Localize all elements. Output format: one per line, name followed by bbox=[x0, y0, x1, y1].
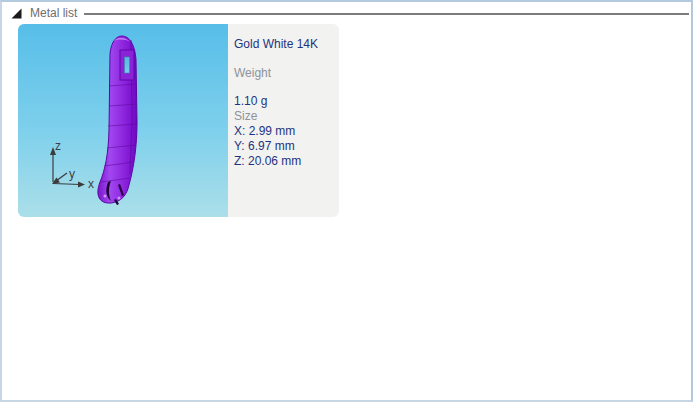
size-z-value: Z: 20.06 mm bbox=[234, 154, 335, 169]
size-label: Size bbox=[234, 109, 335, 124]
group-title: Metal list bbox=[30, 6, 77, 20]
metal-list-panel: Metal list bbox=[0, 0, 693, 402]
size-y-value: Y: 6.97 mm bbox=[234, 139, 335, 154]
collapse-triangle-icon[interactable] bbox=[11, 8, 22, 19]
metal-info-panel: Gold White 14K Weight 1.10 g Size X: 2.9… bbox=[228, 24, 339, 217]
metal-3d-preview: z y x bbox=[18, 24, 228, 217]
weight-value: 1.10 g bbox=[234, 94, 335, 109]
axis-gizmo bbox=[50, 147, 85, 188]
model-slot-opening bbox=[125, 57, 130, 73]
axis-label-x: x bbox=[88, 177, 94, 191]
metal-list-header: Metal list bbox=[2, 2, 691, 24]
axis-label-z: z bbox=[55, 139, 61, 153]
metal-list-item[interactable]: z y x Gold White 14K Weight 1.10 g Size … bbox=[18, 24, 339, 217]
header-separator-line bbox=[84, 13, 689, 15]
size-x-value: X: 2.99 mm bbox=[234, 124, 335, 139]
metal-model-3d bbox=[98, 36, 137, 205]
metal-model-render: z y x bbox=[18, 24, 228, 217]
axis-label-y: y bbox=[69, 167, 75, 181]
weight-label: Weight bbox=[234, 66, 335, 81]
metal-name: Gold White 14K bbox=[234, 37, 335, 52]
